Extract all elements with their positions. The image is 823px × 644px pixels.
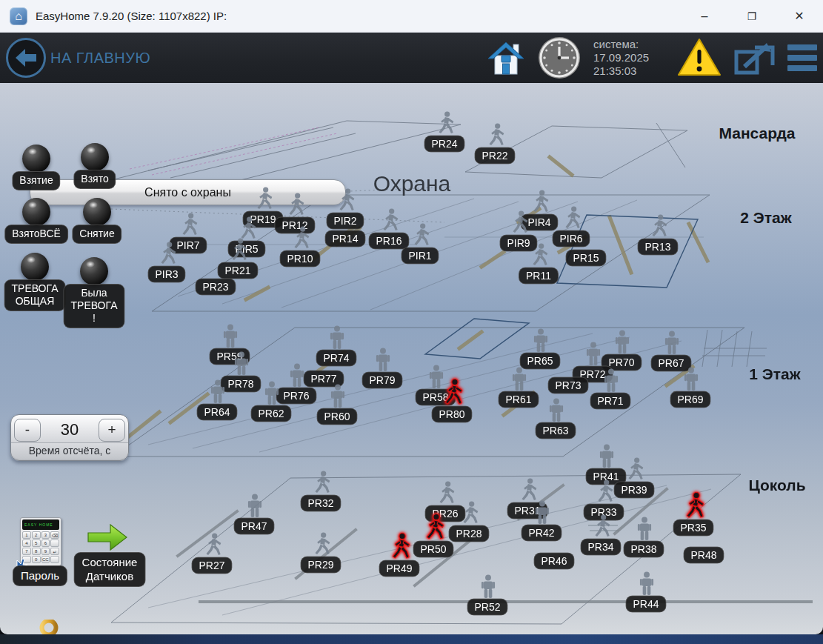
menu-icon[interactable]	[787, 44, 817, 71]
floor-label-мансарда: Мансарда	[719, 125, 795, 142]
person-icon	[532, 500, 553, 524]
person-icon	[459, 501, 480, 525]
person-icon	[562, 206, 582, 230]
person-icon	[518, 478, 539, 502]
sensor-label: PR22	[474, 147, 515, 165]
keypad-key: 2	[32, 531, 41, 539]
close-button[interactable]: ✕	[776, 0, 823, 32]
sensors-state-label: Состояние Датчиков	[74, 552, 146, 587]
sensor-label: PR28	[448, 525, 489, 542]
countdown-minus-button[interactable]: -	[14, 419, 41, 442]
window-title: EasyHome 7.9.20 (Size: 1107x822) IP:	[36, 10, 227, 22]
open-external-icon[interactable]	[734, 40, 776, 76]
led-label: Была ТРЕВОГА !	[64, 284, 125, 328]
sensor-label: PR32	[300, 495, 341, 512]
maximize-button[interactable]: ❐	[728, 0, 776, 32]
sensor-label: PR52	[467, 599, 507, 616]
person-icon	[253, 187, 274, 210]
person-icon	[327, 384, 348, 408]
sensor-label: PR46	[533, 553, 574, 570]
person-icon	[485, 123, 506, 147]
sensor-label: PIR6	[552, 230, 590, 248]
person-icon	[681, 367, 702, 391]
clock-icon[interactable]	[537, 36, 582, 80]
led-sphere	[83, 198, 111, 226]
sensor-label: PR80	[431, 406, 472, 423]
sensor-label: PIR2	[326, 213, 364, 230]
person-icon	[231, 351, 252, 375]
led-sphere	[22, 145, 50, 173]
keypad-key: 0	[32, 556, 41, 563]
person-icon	[546, 398, 567, 422]
sensor-label: PR71	[590, 393, 630, 410]
led-label: ВзятоВСЁ	[4, 225, 68, 244]
warning-icon[interactable]	[676, 37, 722, 79]
sensor-label: PR13	[637, 239, 678, 256]
person-icon	[290, 226, 311, 250]
person-icon	[478, 574, 499, 598]
sensor-label: PR50	[413, 541, 453, 558]
person-icon	[336, 188, 356, 212]
sensor-label: PR47	[233, 518, 274, 535]
keypad-key: 7	[22, 548, 31, 555]
sensor-label: PR44	[625, 596, 666, 613]
keypad-key	[50, 540, 59, 547]
person-icon	[596, 444, 617, 468]
sensor-label: PR11	[519, 268, 559, 285]
person-icon	[422, 514, 446, 540]
sensor-label: PIR1	[401, 248, 439, 265]
person-icon	[179, 213, 199, 236]
minimize-button[interactable]: –	[681, 0, 728, 32]
led-label: Снятие	[72, 225, 121, 244]
person-icon	[435, 111, 456, 135]
back-label: НА ГЛАВНУЮ	[50, 50, 150, 67]
person-icon	[601, 368, 622, 392]
keypad-key: 8	[32, 548, 41, 555]
led-sphere	[81, 143, 109, 171]
person-icon	[441, 379, 464, 405]
sensor-label: PR27	[191, 557, 232, 574]
key-icon[interactable]	[36, 620, 62, 634]
sensor-label: PR61	[498, 391, 539, 408]
keypad-key: 6	[41, 540, 50, 547]
led-label: Взято	[73, 170, 116, 189]
system-datetime: система: 17.09.2025 21:35:03	[593, 38, 664, 78]
sensor-label: PR21	[217, 262, 258, 279]
person-icon	[662, 331, 682, 354]
sensor-label: PR63	[535, 422, 576, 439]
floor-label-2-этаж: 2 Этаж	[740, 209, 791, 227]
sensor-label: PR69	[670, 391, 710, 408]
password-keypad-icon[interactable]: EASY HOME 123⌫456789↵0CC	[20, 517, 61, 566]
person-icon	[591, 514, 612, 538]
sensors-state-arrow-icon[interactable]	[87, 522, 128, 552]
person-icon	[612, 330, 633, 353]
person-icon	[388, 533, 412, 560]
sensor-label: PR73	[547, 377, 588, 394]
keypad-key: CC	[41, 556, 50, 563]
sensor-label: PR62	[250, 405, 291, 422]
keypad-key: ⌫	[50, 531, 59, 539]
sensor-label: PR74	[316, 350, 356, 367]
sensor-label: PR14	[324, 230, 365, 248]
sensor-label: PR39	[613, 482, 654, 499]
home-icon[interactable]	[487, 38, 525, 78]
person-icon	[624, 457, 645, 481]
back-button[interactable]: НА ГЛАВНУЮ	[6, 38, 150, 78]
person-icon	[379, 208, 400, 232]
countdown-caption: Время отсчёта, с	[11, 442, 128, 459]
person-icon	[228, 238, 249, 262]
person-icon	[648, 214, 669, 238]
led-label: Взятие	[12, 171, 60, 190]
app-icon: ⌂	[10, 7, 27, 25]
person-icon	[327, 325, 347, 349]
keypad-key: 1	[22, 531, 31, 539]
person-icon	[509, 367, 530, 391]
keypad-screen: EASY HOME	[22, 519, 59, 530]
countdown-plus-button[interactable]: +	[99, 419, 125, 442]
footer-bar	[0, 634, 823, 644]
keypad-key: 5	[32, 540, 41, 547]
sensor-label: PR34	[580, 539, 621, 556]
person-icon	[220, 324, 241, 348]
keypad-key: 9	[41, 548, 50, 555]
sensor-label: PR49	[379, 560, 419, 577]
